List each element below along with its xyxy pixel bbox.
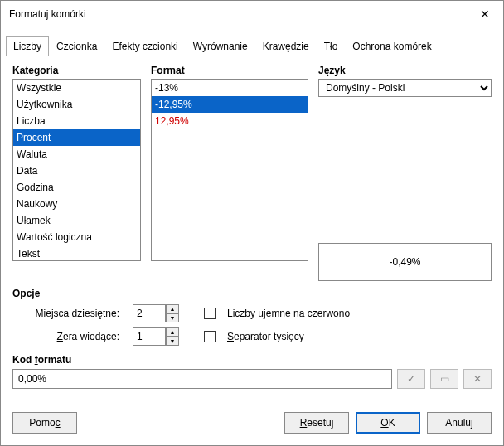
thousands-label: Separator tysięcy bbox=[227, 331, 304, 342]
decimal-places-input[interactable] bbox=[133, 304, 166, 322]
leading-zeros-label: Zera wiodące: bbox=[12, 331, 124, 342]
category-item[interactable]: Wszystkie bbox=[13, 80, 140, 96]
tab-strip: Liczby Czcionka Efekty czcionki Wyrównan… bbox=[6, 36, 498, 56]
edit-comment-button[interactable]: ▭ bbox=[430, 369, 458, 389]
tab-numbers[interactable]: Liczby bbox=[6, 36, 49, 56]
reset-button[interactable]: Resetuj bbox=[284, 412, 349, 434]
delete-icon: ✕ bbox=[473, 373, 482, 385]
close-button[interactable]: ✕ bbox=[467, 2, 503, 27]
cancel-button[interactable]: Anuluj bbox=[427, 412, 492, 434]
decimal-down[interactable]: ▼ bbox=[166, 313, 179, 322]
leading-up[interactable]: ▲ bbox=[166, 327, 179, 337]
options-label: Opcje bbox=[12, 288, 492, 299]
format-item[interactable]: -12,95% bbox=[152, 96, 308, 113]
titlebar: Formatuj komórki ✕ bbox=[1, 1, 503, 27]
preview-box: -0,49% bbox=[318, 243, 492, 281]
language-label: Język bbox=[318, 65, 492, 76]
window-title: Formatuj komórki bbox=[9, 8, 467, 20]
category-item[interactable]: Tekst bbox=[13, 245, 140, 261]
category-item[interactable]: Wartość logiczna bbox=[13, 229, 140, 245]
category-list[interactable]: WszystkieUżytkownikaLiczbaProcentWalutaD… bbox=[12, 79, 141, 261]
category-item[interactable]: Waluta bbox=[13, 146, 140, 162]
close-icon: ✕ bbox=[480, 7, 490, 21]
ok-button[interactable]: OK bbox=[356, 412, 420, 434]
category-item[interactable]: Godzina bbox=[13, 179, 140, 196]
neg-red-label: Liczby ujemne na czerwono bbox=[227, 308, 350, 319]
language-select[interactable]: Domyślny - Polski bbox=[318, 79, 492, 97]
category-item[interactable]: Data bbox=[13, 162, 140, 179]
category-item[interactable]: Ułamek bbox=[13, 212, 140, 229]
tab-font-effects[interactable]: Efekty czcionki bbox=[104, 36, 185, 56]
format-code-label: Kod formatu bbox=[12, 354, 492, 366]
tab-background[interactable]: Tło bbox=[317, 36, 346, 56]
format-item[interactable]: -13% bbox=[152, 80, 308, 96]
format-item[interactable]: 12,95% bbox=[152, 113, 308, 129]
category-item[interactable]: Procent bbox=[13, 129, 140, 146]
format-list[interactable]: -13%-12,95%12,95% bbox=[151, 79, 308, 261]
decimal-up[interactable]: ▲ bbox=[166, 304, 179, 313]
apply-code-button[interactable]: ✓ bbox=[397, 369, 425, 389]
format-code-input[interactable] bbox=[12, 369, 392, 389]
check-icon: ✓ bbox=[407, 373, 415, 385]
leading-down[interactable]: ▼ bbox=[166, 337, 179, 346]
tab-font[interactable]: Czcionka bbox=[49, 36, 104, 56]
tab-alignment[interactable]: Wyrównanie bbox=[186, 36, 255, 56]
category-label: Kategoria bbox=[12, 65, 141, 76]
delete-code-button[interactable]: ✕ bbox=[463, 369, 492, 389]
dialog-footer: Pomoc Resetuj OK Anuluj bbox=[12, 412, 492, 434]
help-button[interactable]: Pomoc bbox=[12, 412, 77, 434]
category-item[interactable]: Użytkownika bbox=[13, 96, 140, 113]
comment-icon: ▭ bbox=[440, 373, 449, 385]
format-cells-dialog: Formatuj komórki ✕ Liczby Czcionka Efekt… bbox=[0, 0, 504, 446]
decimal-places-label: Miejsca dziesiętne: bbox=[12, 308, 124, 319]
neg-red-checkbox[interactable] bbox=[204, 308, 216, 319]
format-label: Format bbox=[151, 65, 308, 76]
category-item[interactable]: Naukowy bbox=[13, 196, 140, 212]
tab-protection[interactable]: Ochrona komórek bbox=[345, 36, 439, 56]
tab-content: Kategoria WszystkieUżytkownikaLiczbaProc… bbox=[1, 56, 503, 397]
thousands-checkbox[interactable] bbox=[204, 331, 216, 342]
tab-borders[interactable]: Krawędzie bbox=[255, 36, 317, 56]
category-item[interactable]: Liczba bbox=[13, 113, 140, 129]
leading-zeros-input[interactable] bbox=[133, 327, 166, 346]
